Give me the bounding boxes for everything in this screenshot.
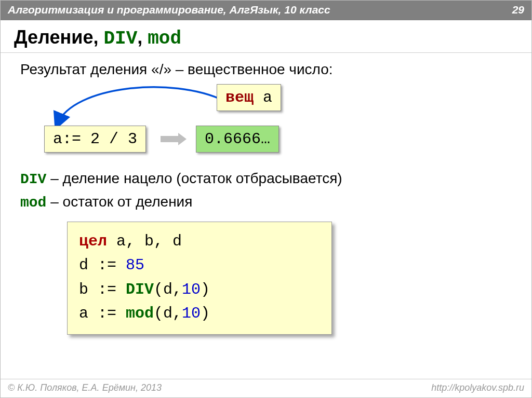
func-div: DIV: [126, 281, 154, 298]
subtitle-text: Результат деления «/» – вещественное чис…: [1, 53, 531, 82]
keyword-div: DIV: [20, 171, 46, 187]
title-word: Деление: [14, 26, 93, 48]
code-text: ): [201, 281, 210, 298]
code-line-1: цел a, b, d: [79, 229, 320, 254]
arrow-right-icon: [161, 133, 185, 145]
code-line-2: d := 85: [79, 253, 320, 278]
curved-arrow-icon: [42, 81, 234, 133]
illustration-stage: вещ a a:= 2 / 3 0.6666…: [14, 82, 531, 165]
code-text: (d,: [154, 281, 182, 298]
keyword-mod: mod: [20, 195, 46, 211]
code-line-4: a := mod(d,10): [79, 301, 320, 326]
func-mod: mod: [126, 305, 154, 322]
number-literal: 10: [182, 305, 201, 322]
title-sep2: ,: [137, 26, 148, 48]
header-title: Алгоритмизация и программирование, АлгЯз…: [8, 4, 330, 16]
slide-header: Алгоритмизация и программирование, АлгЯз…: [1, 1, 531, 20]
definitions: DIV – деление нацело (остаток отбрасывае…: [1, 165, 531, 214]
code-block: цел a, b, d d := 85 b := DIV(d,10) a := …: [67, 222, 332, 335]
footer-url: http://kpolyakov.spb.ru: [431, 382, 524, 393]
var-name: a: [254, 89, 272, 106]
code-text: ): [201, 305, 210, 322]
result-chip: 0.6666…: [196, 126, 279, 153]
slide-title: Деление, DIV, mod: [1, 20, 531, 53]
def-mod: mod – остаток от деления: [20, 190, 518, 214]
code-text: a :=: [79, 305, 126, 322]
def-mod-text: – остаток от деления: [46, 194, 192, 210]
def-div: DIV – деление нацело (остаток отбрасывае…: [20, 167, 518, 190]
code-text: d :=: [79, 256, 126, 274]
title-keyword-mod: mod: [148, 28, 181, 49]
keyword-tsel: цел: [79, 232, 107, 250]
footer-copyright: © К.Ю. Поляков, Е.А. Ерёмин, 2013: [8, 382, 162, 393]
title-sep: ,: [93, 26, 103, 48]
code-line-3: b := DIV(d,10): [79, 278, 320, 302]
def-div-text: – деление нацело (остаток отбрасывается): [46, 170, 342, 186]
page-number: 29: [512, 4, 524, 16]
number-literal: 10: [182, 281, 201, 298]
number-literal: 85: [126, 256, 144, 274]
slide-footer: © К.Ю. Поляков, Е.А. Ерёмин, 2013 http:/…: [1, 379, 531, 397]
keyword-vesh: вещ: [225, 89, 254, 106]
code-text: b :=: [79, 281, 126, 298]
expression-chip: a:= 2 / 3: [44, 126, 146, 153]
code-text: a, b, d: [107, 232, 182, 250]
type-declaration-chip: вещ a: [217, 84, 281, 111]
code-text: (d,: [154, 305, 182, 322]
title-keyword-div: DIV: [103, 28, 137, 49]
